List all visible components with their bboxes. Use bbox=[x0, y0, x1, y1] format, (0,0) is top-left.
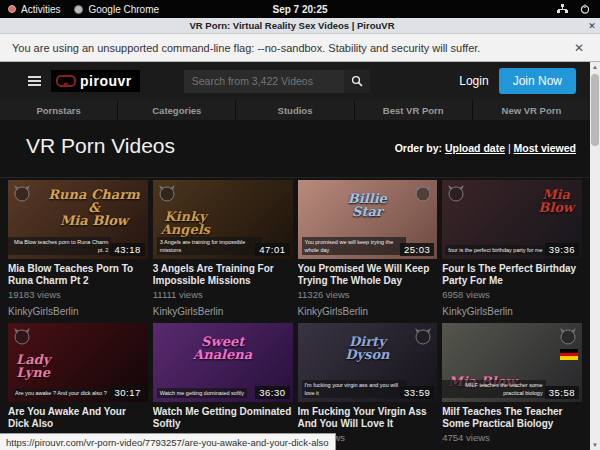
video-card: Mia Blow MILF teaches the teacher some p… bbox=[442, 323, 582, 450]
thumbnail-overlay-text: Runa Charm & Mia Blow bbox=[48, 188, 139, 227]
studio-link[interactable]: KinkyGirlsBerlin bbox=[298, 306, 438, 317]
activities-label: Activities bbox=[21, 4, 60, 15]
system-top-bar: Activities Google Chrome Sep 7 20:25 bbox=[0, 0, 600, 18]
thumbnail-caption: MILF teaches the teacher some practical … bbox=[442, 380, 545, 399]
german-flag-icon bbox=[560, 349, 578, 360]
activities-button[interactable]: Activities bbox=[8, 4, 60, 15]
thumbnail-overlay-text: Kinky Angels bbox=[161, 210, 210, 236]
page-header: VR Porn Videos Order by: Upload date | M… bbox=[0, 120, 590, 178]
main-nav: Pornstars Categories Studios Best VR Por… bbox=[0, 100, 590, 120]
order-most-viewed-link[interactable]: Most viewed bbox=[514, 142, 576, 154]
video-thumbnail[interactable]: Dirty Dyson I'm fucking your virgin ass … bbox=[298, 323, 438, 402]
video-title[interactable]: Four Is The Perfect Birthday Party For M… bbox=[442, 263, 582, 286]
video-thumbnail[interactable]: Billie Star You promised we will keep tr… bbox=[298, 180, 438, 259]
video-views: 6958 views bbox=[442, 289, 582, 300]
site-logo-text: pirouvr bbox=[80, 73, 132, 89]
nav-item-categories[interactable]: Categories bbox=[118, 100, 235, 120]
duration-badge: 39:36 bbox=[545, 243, 579, 256]
thumbnail-overlay-text: Mia Blow bbox=[538, 188, 574, 214]
chrome-app-menu[interactable]: Google Chrome bbox=[74, 4, 159, 15]
video-card: Dirty Dyson I'm fucking your virgin ass … bbox=[298, 323, 438, 450]
join-now-button[interactable]: Join Now bbox=[499, 68, 576, 94]
video-title[interactable]: Watch Me Getting Dominated Softly bbox=[153, 406, 293, 429]
video-views: 4754 views bbox=[442, 432, 582, 443]
studio-link[interactable]: KinkyGirlsBerlin bbox=[442, 306, 582, 317]
hamburger-menu-icon[interactable] bbox=[28, 76, 41, 86]
video-card: Lady Lyne Are you awake ? And your dick … bbox=[8, 323, 148, 450]
scroll-up-icon[interactable]: ▲ bbox=[590, 62, 600, 72]
search-button[interactable] bbox=[344, 70, 370, 93]
duration-badge: 47:01 bbox=[255, 243, 289, 256]
thumbnail-caption: I'm fucking your virgin ass and you will… bbox=[302, 380, 407, 399]
vr-goggles-icon bbox=[56, 75, 76, 87]
video-title[interactable]: Are You Awake And Your Dick Also bbox=[8, 406, 148, 429]
video-title[interactable]: Im Fucking Your Virgin Ass And You Will … bbox=[298, 406, 438, 429]
video-title[interactable]: 3 Angels Are Training For Impossible Mis… bbox=[153, 263, 293, 286]
thumbnail-caption: 3 Angels are training for impossible mis… bbox=[157, 237, 262, 256]
video-title[interactable]: Mia Blow Teaches Porn To Runa Charm Pt 2 bbox=[8, 263, 148, 286]
thumbnail-overlay-text: Sweet Analena bbox=[153, 335, 293, 361]
thumbnail-caption: four is the perfect birthday party for m… bbox=[445, 245, 545, 255]
video-thumbnail[interactable]: Runa Charm & Mia Blow Mia Blow teaches p… bbox=[8, 180, 148, 259]
nav-item-new-vr[interactable]: New VR Porn bbox=[473, 100, 590, 120]
browser-tab-bar: VR Porn: Virtual Reality Sex Videos | Pi… bbox=[0, 18, 600, 34]
site-logo[interactable]: pirouvr bbox=[51, 70, 140, 92]
network-icon[interactable] bbox=[557, 4, 568, 14]
video-thumbnail[interactable]: Mia Blow four is the perfect birthday pa… bbox=[442, 180, 582, 259]
login-link[interactable]: Login bbox=[459, 74, 488, 88]
page-title: VR Porn Videos bbox=[26, 134, 175, 158]
video-thumbnail[interactable]: Kinky Angels 3 Angels are training for i… bbox=[153, 180, 293, 259]
studio-cat-mask-icon bbox=[12, 184, 32, 204]
duration-badge: 36:30 bbox=[255, 386, 289, 399]
studio-link[interactable]: KinkyGirlsBerlin bbox=[153, 306, 293, 317]
thumbnail-caption: Are you awake ? And your dick also ? bbox=[12, 388, 110, 398]
video-title[interactable]: You Promised We Will Keep Trying The Who… bbox=[298, 263, 438, 286]
scrollbar-thumb[interactable] bbox=[591, 74, 599, 146]
video-thumbnail[interactable]: Lady Lyne Are you awake ? And your dick … bbox=[8, 323, 148, 402]
search-bar bbox=[184, 70, 370, 93]
thumbnail-caption: Watch me getting dominated softly bbox=[157, 388, 247, 398]
video-views: 19183 views bbox=[8, 289, 148, 300]
studio-cat-mask-icon bbox=[12, 327, 32, 347]
video-thumbnail[interactable]: Mia Blow MILF teaches the teacher some p… bbox=[442, 323, 582, 402]
video-title[interactable]: Milf Teaches The Teacher Some Practical … bbox=[442, 406, 582, 429]
duration-badge: 25:03 bbox=[400, 243, 434, 256]
video-grid: Runa Charm & Mia Blow Mia Blow teaches p… bbox=[8, 180, 582, 450]
chrome-infobar: You are using an unsupported command-lin… bbox=[0, 34, 600, 62]
scroll-down-icon[interactable]: ▼ bbox=[590, 440, 600, 450]
duration-badge: 35:58 bbox=[545, 386, 579, 399]
video-views: 11326 views bbox=[298, 289, 438, 300]
nav-item-best-vr[interactable]: Best VR Porn bbox=[355, 100, 472, 120]
thumbnail-caption: You promised we will keep trying the who… bbox=[302, 237, 407, 256]
tab-close-icon[interactable]: ✕ bbox=[584, 21, 600, 31]
browser-tab-title[interactable]: VR Porn: Virtual Reality Sex Videos | Pi… bbox=[0, 20, 584, 31]
chrome-app-label: Google Chrome bbox=[88, 4, 159, 15]
duration-badge: 43:18 bbox=[110, 243, 144, 256]
order-upload-date-link[interactable]: Upload date bbox=[445, 142, 505, 154]
video-thumbnail[interactable]: Sweet Analena Watch me getting dominated… bbox=[153, 323, 293, 402]
thumbnail-caption: Mia Blow teaches porn to Runa Charm pt. … bbox=[8, 237, 111, 256]
thumbnail-overlay-text: Dirty Dyson bbox=[298, 335, 438, 361]
chrome-icon bbox=[74, 5, 83, 14]
nav-item-pornstars[interactable]: Pornstars bbox=[0, 100, 117, 120]
video-card: Mia Blow four is the perfect birthday pa… bbox=[442, 180, 582, 317]
search-icon bbox=[351, 75, 363, 87]
video-card: Runa Charm & Mia Blow Mia Blow teaches p… bbox=[8, 180, 148, 317]
studio-cat-mask-icon bbox=[446, 184, 466, 204]
studio-cat-mask-icon bbox=[157, 184, 177, 204]
studio-link[interactable]: KinkyGirlsBerlin bbox=[8, 306, 148, 317]
order-by-label: Order by: bbox=[395, 142, 442, 154]
video-views: 11111 views bbox=[153, 289, 293, 300]
duration-badge: 30:17 bbox=[110, 386, 144, 399]
infobar-close-icon[interactable]: ✕ bbox=[570, 41, 588, 55]
search-input[interactable] bbox=[184, 70, 344, 93]
video-card: Kinky Angels 3 Angels are training for i… bbox=[153, 180, 293, 317]
page-scrollbar[interactable]: ▲ ▼ bbox=[590, 62, 600, 450]
thumbnail-overlay-text: Lady Lyne bbox=[16, 353, 50, 379]
order-separator: | bbox=[508, 142, 511, 154]
power-icon[interactable] bbox=[580, 4, 590, 14]
site-header: pirouvr Login Join Now bbox=[0, 62, 590, 100]
nav-item-studios[interactable]: Studios bbox=[236, 100, 353, 120]
duration-badge: 33:59 bbox=[400, 386, 434, 399]
studio-cat-mask-icon bbox=[558, 327, 578, 347]
